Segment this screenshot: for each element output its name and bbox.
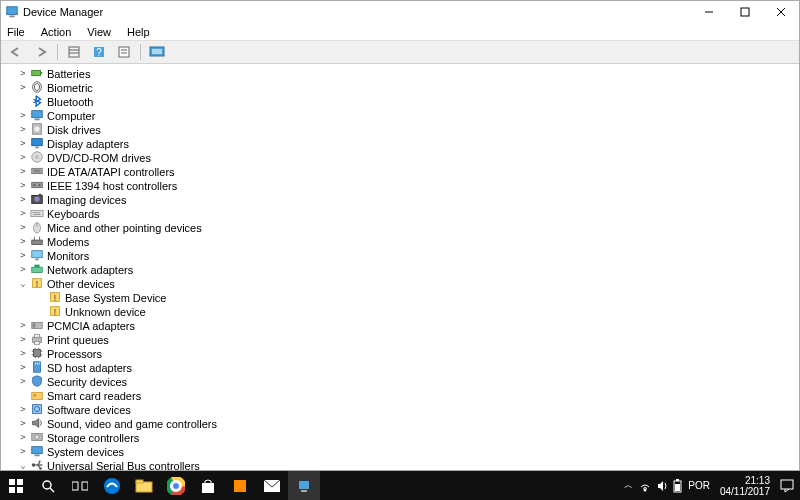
taskbar-chrome-icon[interactable] [160, 471, 192, 500]
tree-item[interactable]: Bluetooth [7, 94, 799, 108]
expand-toggle[interactable]: > [17, 376, 29, 386]
tree-item[interactable]: >Monitors [7, 248, 799, 262]
expand-toggle[interactable]: > [17, 222, 29, 232]
taskbar-mail-icon[interactable] [256, 471, 288, 500]
tree-item[interactable]: >Network adapters [7, 262, 799, 276]
expand-toggle[interactable]: > [17, 320, 29, 330]
taskbar-store-icon[interactable] [192, 471, 224, 500]
tree-item[interactable]: !Base System Device [7, 290, 799, 304]
expand-toggle[interactable]: > [17, 348, 29, 358]
expand-toggle[interactable]: > [17, 82, 29, 92]
menu-help[interactable]: Help [125, 26, 152, 38]
minimize-button[interactable] [695, 3, 723, 21]
scan-button[interactable] [146, 42, 168, 62]
tree-item[interactable]: >Keyboards [7, 206, 799, 220]
start-button[interactable] [0, 471, 32, 500]
search-button[interactable] [32, 471, 64, 500]
taskbar-explorer-icon[interactable] [128, 471, 160, 500]
svg-rect-140 [136, 480, 143, 483]
menu-view[interactable]: View [85, 26, 113, 38]
tree-item[interactable]: >SD host adapters [7, 360, 799, 374]
svg-rect-131 [17, 479, 23, 485]
tree-item[interactable]: >Batteries [7, 66, 799, 80]
tree-item[interactable]: >Sound, video and game controllers [7, 416, 799, 430]
expand-toggle[interactable]: > [17, 236, 29, 246]
expand-toggle[interactable]: > [17, 334, 29, 344]
tree-item[interactable]: >Print queues [7, 332, 799, 346]
tray-volume-icon[interactable] [657, 480, 667, 492]
svg-rect-11 [119, 47, 129, 57]
expand-toggle[interactable]: > [17, 180, 29, 190]
tray-battery-icon[interactable] [673, 479, 682, 493]
expand-toggle[interactable]: > [17, 418, 29, 428]
expand-toggle[interactable]: > [17, 166, 29, 176]
expand-toggle[interactable]: > [17, 446, 29, 456]
taskview-button[interactable] [64, 471, 96, 500]
svg-rect-49 [32, 267, 43, 272]
tree-item[interactable]: >Security devices [7, 374, 799, 388]
tree-item[interactable]: >Display adapters [7, 136, 799, 150]
tree-item[interactable]: >Imaging devices [7, 192, 799, 206]
tree-item[interactable]: ⌄!Other devices [7, 276, 799, 290]
system-tray[interactable]: ︿ POR 21:13 04/11/2017 [624, 475, 800, 497]
tree-item[interactable]: !Unknown device [7, 304, 799, 318]
expand-toggle[interactable]: > [17, 208, 29, 218]
action-center-icon[interactable] [780, 479, 794, 493]
expand-toggle[interactable]: > [17, 264, 29, 274]
expand-toggle[interactable]: > [17, 362, 29, 372]
taskbar-clock[interactable]: 21:13 04/11/2017 [716, 475, 774, 497]
device-tree[interactable]: >Batteries>BiometricBluetooth>Computer>D… [1, 64, 799, 470]
tree-item[interactable]: >DVD/CD-ROM drives [7, 150, 799, 164]
show-hide-button[interactable] [63, 42, 85, 62]
expand-toggle[interactable]: ⌄ [17, 278, 29, 288]
menu-action[interactable]: Action [39, 26, 74, 38]
tray-network-icon[interactable] [639, 480, 651, 492]
tree-item[interactable]: ⌄Universal Serial Bus controllers [7, 458, 799, 470]
titlebar[interactable]: Device Manager [1, 1, 799, 23]
svg-line-135 [50, 488, 54, 492]
tree-item[interactable]: >Storage controllers [7, 430, 799, 444]
tree-item[interactable]: >Biometric [7, 80, 799, 94]
maximize-button[interactable] [731, 3, 759, 21]
expand-toggle[interactable]: > [17, 124, 29, 134]
taskbar-app-icon[interactable] [224, 471, 256, 500]
back-button[interactable] [5, 42, 27, 62]
properties-button[interactable] [113, 42, 135, 62]
tree-item[interactable]: Smart card readers [7, 388, 799, 402]
expand-toggle[interactable]: > [17, 250, 29, 260]
tree-item[interactable]: >System devices [7, 444, 799, 458]
svg-rect-74 [32, 392, 43, 399]
tree-item[interactable]: >Processors [7, 346, 799, 360]
expand-toggle[interactable]: ⌄ [17, 460, 29, 470]
tree-item[interactable]: >Modems [7, 234, 799, 248]
tree-item-label: Monitors [47, 249, 89, 262]
expand-toggle[interactable]: > [17, 138, 29, 148]
svg-rect-73 [39, 363, 40, 365]
tree-item[interactable]: >IDE ATA/ATAPI controllers [7, 164, 799, 178]
taskbar-edge-icon[interactable] [96, 471, 128, 500]
tree-item[interactable]: >Disk drives [7, 122, 799, 136]
svg-rect-39 [35, 212, 37, 213]
close-button[interactable] [767, 3, 795, 21]
disk-icon [30, 122, 44, 136]
expand-toggle[interactable]: > [17, 68, 29, 78]
tree-item[interactable]: >Mice and other pointing devices [7, 220, 799, 234]
tree-item[interactable]: >Computer [7, 108, 799, 122]
forward-button[interactable] [30, 42, 52, 62]
expand-toggle[interactable]: > [17, 194, 29, 204]
expand-toggle[interactable]: > [17, 152, 29, 162]
taskbar[interactable]: ︿ POR 21:13 04/11/2017 [0, 471, 800, 500]
menu-file[interactable]: File [5, 26, 27, 38]
tray-language[interactable]: POR [688, 480, 710, 491]
expand-toggle[interactable]: > [17, 110, 29, 120]
svg-rect-47 [32, 251, 43, 258]
taskbar-devmgr-icon[interactable] [288, 471, 320, 500]
tree-item-label: Disk drives [47, 123, 101, 136]
help-button[interactable]: ? [88, 42, 110, 62]
tray-chevron-icon[interactable]: ︿ [624, 479, 633, 492]
expand-toggle[interactable]: > [17, 432, 29, 442]
tree-item[interactable]: >IEEE 1394 host controllers [7, 178, 799, 192]
tree-item[interactable]: >Software devices [7, 402, 799, 416]
expand-toggle[interactable]: > [17, 404, 29, 414]
tree-item[interactable]: >PCMCIA adapters [7, 318, 799, 332]
